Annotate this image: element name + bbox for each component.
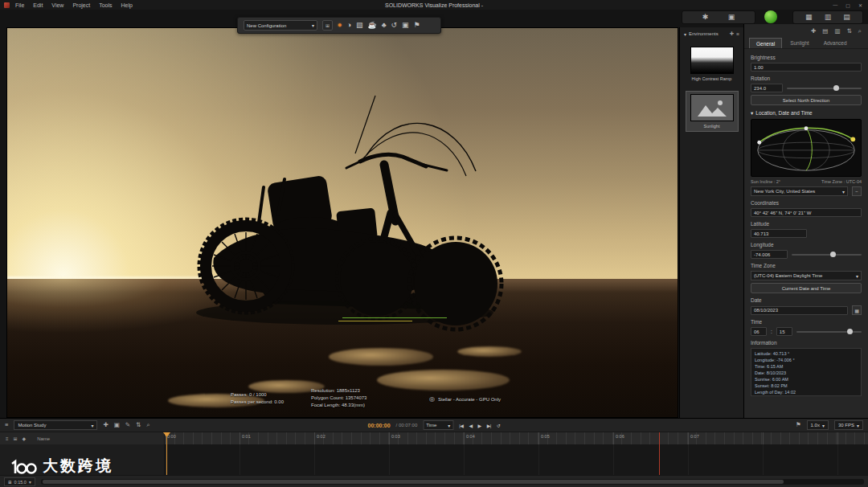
camera-track-icon[interactable]: ▣ (114, 422, 120, 428)
watermark: 大数跨境 (10, 456, 113, 477)
select-north-direction-button[interactable]: Select North Direction (751, 95, 862, 105)
minimize-button[interactable]: — (833, 2, 837, 8)
date-field[interactable]: 08/10/2023 (751, 306, 848, 315)
environment-item-high-contrast-ramp[interactable]: High Contrast Ramp (686, 43, 739, 84)
brightness-field[interactable]: 1.00 (751, 63, 862, 72)
import-export-icon[interactable]: ⇅ (847, 27, 852, 35)
menu-item[interactable]: Project (72, 2, 90, 8)
longitude-slider[interactable] (792, 254, 862, 256)
skip-start-button[interactable]: |◀ (459, 423, 463, 428)
menu-item[interactable]: Edit (33, 2, 43, 8)
current-date-time-button[interactable]: Current Date and Time (751, 283, 862, 293)
menu-item[interactable]: Help (121, 2, 133, 8)
info-line: Sunrise: 6:00 AM (755, 377, 858, 383)
rotation-field[interactable]: 234.0 (751, 84, 783, 92)
passes-per-second: Passes per second: 0.00 (231, 399, 284, 406)
keyframe-icon[interactable]: ◆ (23, 436, 27, 441)
loop-button[interactable]: ↺ (497, 423, 501, 428)
information-box: Latitude: 40.713 °Longitude: -74.006 °Ti… (751, 348, 862, 396)
axis-y-line (338, 321, 412, 321)
timezone-dropdown[interactable]: (UTC-04) Eastern Daylight Time ▾ (751, 271, 862, 280)
turntable-icon[interactable]: ↺ (391, 22, 398, 29)
rotation-slider[interactable] (787, 88, 862, 89)
multilayer-appearance-icon[interactable]: ◑ (346, 22, 350, 29)
track-area[interactable] (165, 444, 868, 475)
zoom-timeline-icon[interactable]: ⌕ (146, 422, 149, 428)
appearance-icon[interactable]: ● (338, 22, 342, 29)
search-icon[interactable]: ⌕ (858, 27, 862, 35)
layout-single-icon[interactable]: ▦ (805, 14, 813, 21)
track-expand-icon[interactable]: ⊞ (14, 436, 18, 441)
gear-icon[interactable]: ✱ (702, 14, 709, 21)
time-slider[interactable] (796, 331, 862, 333)
motion-study-dropdown[interactable]: Motion Study ▾ (14, 420, 97, 430)
camera-icon[interactable]: ▣ (402, 22, 409, 29)
folder-icon[interactable]: ▥ (834, 27, 840, 35)
flag-icon[interactable]: ⚑ (796, 422, 801, 428)
latitude-field[interactable]: 40.713 (751, 229, 807, 238)
scrollbar-thumb[interactable] (43, 480, 784, 484)
time-format-dropdown[interactable]: Time ▾ (423, 420, 453, 430)
configuration-dropdown[interactable]: New Configuration ▾ (244, 20, 317, 31)
remove-location-button[interactable]: − (852, 186, 862, 196)
play-button[interactable]: ▶ (478, 423, 481, 428)
maximize-button[interactable]: ▢ (845, 2, 850, 8)
time-label: Time (751, 319, 862, 325)
timeline-scrollbar[interactable] (41, 479, 864, 485)
render-tools-icon[interactable]: ⚑ (414, 22, 420, 29)
track-filter-icon[interactable]: ≡ (6, 436, 9, 441)
sort-tracks-icon[interactable]: ⇅ (136, 422, 141, 428)
decal-icon[interactable]: ▧ (356, 22, 363, 29)
scene-icon[interactable]: ▣ (728, 14, 735, 21)
render-status-icon[interactable] (764, 10, 777, 23)
info-line: Date: 8/10/2023 (755, 370, 858, 377)
configuration-options-button[interactable]: ⊞ (322, 20, 333, 31)
playback-speed-dropdown[interactable]: 1.0x ▾ (807, 420, 829, 430)
fps-dropdown[interactable]: 30 FPS ▾ (834, 420, 863, 430)
collapse-caret-icon[interactable]: ▾ (751, 110, 753, 117)
interval-dropdown[interactable]: ⊞ 0:15.0 ▾ (4, 477, 35, 486)
timeline-ruler[interactable]: 0:000:010:020:030:040:050:060:07 (165, 432, 868, 444)
menu-item[interactable]: Tools (99, 2, 112, 8)
longitude-label: Longitude (751, 242, 862, 248)
time-hour-field[interactable]: 06 (751, 327, 767, 336)
playhead-line[interactable] (166, 432, 167, 475)
environment-item-sunlight[interactable]: Sunlight (686, 91, 739, 132)
menu-item[interactable]: File (15, 2, 24, 8)
collapse-caret-icon[interactable]: ▾ (684, 31, 686, 37)
tab-sunlight[interactable]: Sunlight (784, 38, 816, 48)
add-environment-icon[interactable]: ✚ (730, 31, 734, 37)
add-keyframe-icon[interactable]: ✚ (103, 422, 108, 428)
time-minute-field[interactable]: 15 (776, 327, 792, 336)
coordinates-label: Coordinates (751, 200, 862, 206)
skip-end-button[interactable]: ▶| (487, 423, 491, 428)
file-icon[interactable]: ▤ (822, 27, 828, 35)
tab-advanced[interactable]: Advanced (817, 38, 854, 48)
passes-stats: Passes: 0 / 1000 Passes per second: 0.00 (231, 391, 284, 406)
environments-menu-icon[interactable]: ≡ (736, 31, 739, 37)
edit-track-icon[interactable]: ✎ (125, 422, 130, 428)
longitude-field[interactable]: -74.006 (751, 250, 788, 259)
close-button[interactable]: ✕ (858, 2, 862, 8)
sun-path-widget[interactable] (751, 119, 862, 177)
environment-icon[interactable]: ☕ (367, 22, 376, 29)
passes-value: Passes: 0 / 1000 (231, 391, 284, 399)
layout-grid-icon[interactable]: ▤ (843, 14, 850, 21)
timeline-menu-icon[interactable]: ≡ (5, 422, 8, 428)
layout-split-icon[interactable]: ▥ (825, 14, 832, 21)
step-back-button[interactable]: ◀ (469, 423, 472, 428)
calendar-icon[interactable]: ▦ (852, 305, 862, 315)
render-viewport[interactable]: Passes: 0 / 1000 Passes per second: 0.00… (6, 27, 678, 418)
ruler-label: 0:00 (165, 432, 240, 444)
watermark-logo-icon (10, 457, 37, 475)
tab-general[interactable]: General (749, 38, 782, 48)
plant-icon[interactable]: ♣ (382, 22, 387, 29)
chevron-down-icon: ▾ (312, 23, 314, 28)
info-line: Longitude: -74.006 ° (755, 358, 858, 364)
menu-item[interactable]: View (51, 2, 63, 8)
environment-label: Sunlight (687, 124, 737, 129)
coordinates-field[interactable]: 40° 42' 46" N, 74° 0' 21" W (751, 208, 862, 217)
end-marker-line[interactable] (659, 432, 660, 475)
city-dropdown[interactable]: New York City, United States ▾ (751, 186, 848, 196)
plus-icon[interactable]: ✚ (811, 27, 816, 35)
